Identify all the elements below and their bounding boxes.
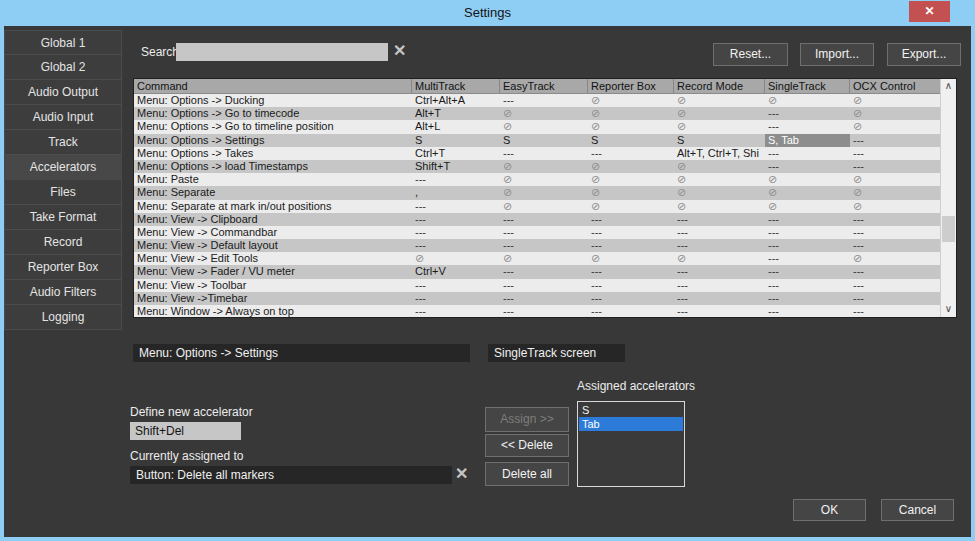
accelerator-cell: Ctrl+Alt+A: [412, 94, 500, 107]
sidebar-item-record[interactable]: Record: [4, 230, 122, 255]
sidebar-item-audio-input[interactable]: Audio Input: [4, 105, 122, 130]
column-header-reporter-box[interactable]: Reporter Box: [588, 79, 674, 93]
table-row[interactable]: Menu: View -> Default layout------------…: [134, 239, 940, 252]
table-row[interactable]: Menu: Window -> Always on top-----------…: [134, 305, 940, 317]
accelerator-list-item[interactable]: Tab: [579, 417, 683, 431]
accelerator-cell: ---: [850, 134, 940, 147]
column-header-singletrack[interactable]: SingleTrack: [765, 79, 850, 93]
command-cell: Menu: Options -> Go to timeline position: [134, 120, 412, 133]
table-row[interactable]: Menu: View -> Toolbar------------------: [134, 279, 940, 292]
accelerator-cell: ---: [412, 239, 500, 252]
assigned-to-clear-icon[interactable]: ✕: [455, 464, 468, 483]
vertical-scrollbar[interactable]: ∧ ∨: [940, 79, 956, 317]
accelerator-cell: ⊘: [850, 94, 940, 107]
sidebar-item-files[interactable]: Files: [4, 180, 122, 205]
accelerator-cell: ---: [765, 252, 850, 265]
delete-all-button[interactable]: Delete all: [485, 462, 569, 486]
delete-button[interactable]: << Delete: [485, 434, 569, 457]
selected-command-field: Menu: Options -> Settings: [133, 344, 470, 362]
table-row[interactable]: Menu: Options -> SettingsSSSSS, Tab---: [134, 134, 940, 147]
accelerator-cell: ---: [765, 265, 850, 278]
table-row[interactable]: Menu: View ->Timebar------------------: [134, 292, 940, 305]
reset-button[interactable]: Reset...: [713, 43, 788, 66]
accelerator-cell: ⊘: [850, 200, 940, 213]
column-header-record-mode[interactable]: Record Mode: [674, 79, 765, 93]
column-header-command[interactable]: Command: [134, 79, 412, 93]
table-row[interactable]: Menu: Paste---⊘⊘⊘⊘⊘: [134, 173, 940, 186]
accelerator-cell: S: [674, 134, 765, 147]
close-icon[interactable]: ✕: [909, 1, 950, 22]
titlebar[interactable]: Settings ✕: [0, 0, 975, 26]
accelerator-cell: ---: [850, 279, 940, 292]
ok-button[interactable]: OK: [793, 499, 866, 521]
currently-assigned-label: Currently assigned to: [130, 449, 243, 463]
assign-button[interactable]: Assign >>: [485, 407, 569, 432]
table-row[interactable]: Menu: View -> Fader / VU meterCtrl+V----…: [134, 265, 940, 278]
cancel-button[interactable]: Cancel: [881, 499, 954, 521]
accelerator-cell: ---: [674, 226, 765, 239]
accelerator-cell: ---: [412, 305, 500, 317]
search-clear-icon[interactable]: ✕: [393, 41, 406, 60]
accelerator-cell: ⊘: [588, 160, 674, 173]
accelerator-cell: ⊘: [765, 173, 850, 186]
accelerator-cell: S: [588, 134, 674, 147]
sidebar-item-audio-output[interactable]: Audio Output: [4, 80, 122, 105]
table-header: CommandMultiTrackEasyTrackReporter BoxRe…: [134, 79, 956, 94]
sidebar-item-global-1[interactable]: Global 1: [4, 30, 122, 55]
accelerator-cell: ⊘: [500, 120, 588, 133]
sidebar-item-reporter-box[interactable]: Reporter Box: [4, 255, 122, 280]
accelerator-cell: ⊘: [500, 107, 588, 120]
column-header-multitrack[interactable]: MultiTrack: [412, 79, 500, 93]
accelerator-cell: ⊘: [500, 173, 588, 186]
accelerator-cell: ---: [588, 292, 674, 305]
command-cell: Menu: Window -> Always on top: [134, 305, 412, 317]
export-button[interactable]: Export...: [887, 43, 961, 66]
column-header-easytrack[interactable]: EasyTrack: [500, 79, 588, 93]
table-row[interactable]: Menu: Separate at mark in/out positions-…: [134, 200, 940, 213]
table-row[interactable]: Menu: View -> Edit Tools⊘⊘⊘⊘---⊘: [134, 252, 940, 265]
import-button[interactable]: Import...: [800, 43, 874, 66]
new-accelerator-input[interactable]: [130, 422, 241, 440]
table-row[interactable]: Menu: Options -> DuckingCtrl+Alt+A---⊘⊘⊘…: [134, 94, 940, 107]
sidebar-item-logging[interactable]: Logging: [4, 305, 122, 330]
table-row[interactable]: Menu: Options -> Go to timeline position…: [134, 120, 940, 133]
accelerator-cell: ---: [674, 239, 765, 252]
settings-window: Settings ✕ Global 1Global 2Audio OutputA…: [0, 0, 975, 541]
accelerator-cell: ---: [588, 305, 674, 317]
sidebar-item-take-format[interactable]: Take Format: [4, 205, 122, 230]
accelerator-cell: ---: [500, 305, 588, 317]
table-row[interactable]: Menu: Options -> Go to timecodeAlt+T⊘⊘⊘-…: [134, 107, 940, 120]
accelerator-cell: ---: [500, 265, 588, 278]
table-row[interactable]: Menu: View -> Clipboard-----------------…: [134, 213, 940, 226]
accelerator-cell: ---: [412, 200, 500, 213]
sidebar-item-global-2[interactable]: Global 2: [4, 55, 122, 80]
scroll-down-icon[interactable]: ∨: [941, 302, 956, 317]
scroll-up-icon[interactable]: ∧: [941, 79, 956, 94]
sidebar-item-track[interactable]: Track: [4, 130, 122, 155]
accelerator-cell: ---: [588, 213, 674, 226]
scrollbar-thumb[interactable]: [942, 216, 955, 242]
accelerator-cell: ---: [674, 213, 765, 226]
table-row[interactable]: Menu: Separate,⊘⊘⊘⊘⊘: [134, 186, 940, 199]
table-body: Menu: Options -> DuckingCtrl+Alt+A---⊘⊘⊘…: [134, 94, 940, 317]
accelerator-cell: ---: [850, 239, 940, 252]
accelerator-cell: ---: [765, 213, 850, 226]
assigned-accelerators-list[interactable]: STab: [577, 401, 685, 487]
accelerator-cell: ---: [412, 213, 500, 226]
accelerator-cell: ⊘: [412, 252, 500, 265]
search-input[interactable]: [176, 43, 388, 61]
accelerator-cell: Alt+L: [412, 120, 500, 133]
accelerator-cell: ---: [674, 292, 765, 305]
accelerator-cell: ---: [674, 305, 765, 317]
accelerator-cell: S, Tab: [765, 134, 850, 147]
table-row[interactable]: Menu: Options -> load TimestampsShift+T⊘…: [134, 160, 940, 173]
accelerator-cell: ⊘: [765, 94, 850, 107]
sidebar-item-accelerators[interactable]: Accelerators: [4, 155, 122, 180]
table-row[interactable]: Menu: Options -> TakesCtrl+T------Alt+T,…: [134, 147, 940, 160]
column-header-ocx-control[interactable]: OCX Control: [850, 79, 942, 93]
sidebar-item-audio-filters[interactable]: Audio Filters: [4, 280, 122, 305]
accelerator-cell: ⊘: [500, 252, 588, 265]
table-row[interactable]: Menu: View -> Commandbar----------------…: [134, 226, 940, 239]
accelerator-cell: ⊘: [674, 107, 765, 120]
accelerator-list-item[interactable]: S: [579, 403, 683, 417]
